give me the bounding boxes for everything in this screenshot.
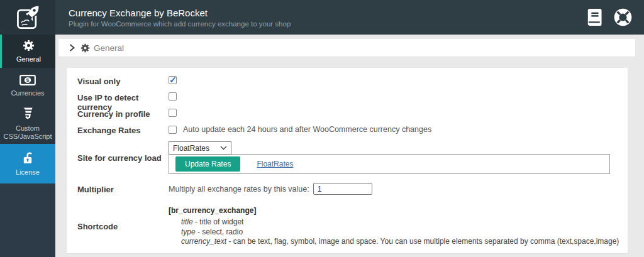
header-icons (587, 8, 633, 27)
visual-only-checkbox[interactable] (169, 76, 177, 84)
currency-in-profile-checkbox[interactable] (169, 109, 177, 117)
rates-actions-box: Update Rates FloatRates (169, 154, 610, 174)
sidebar-item-license[interactable]: License (0, 144, 55, 183)
row-multiplier: Multiplier Multiply all exchange rates b… (77, 183, 628, 195)
auto-update-checkbox[interactable] (169, 126, 177, 134)
row-visual-only: Visual only (77, 76, 628, 85)
sidebar-item-label: Currencies (11, 89, 44, 97)
field-label: Visual only (77, 76, 169, 86)
sidebar-item-currencies[interactable]: $ Currencies (0, 68, 55, 104)
sidebar-item-label: License (16, 168, 40, 177)
section-title: General (94, 43, 124, 53)
use-ip-checkbox[interactable] (169, 92, 177, 101)
multiplier-description: Multiply all exchange rates by this valu… (169, 185, 309, 194)
rates-site-selected-value: FloatRates (173, 144, 209, 153)
field-label: Shortcode (77, 221, 169, 231)
gear-icon (23, 40, 35, 52)
chevron-right-icon (68, 43, 75, 52)
row-shortcode: Shortcode [br_currency_exchange] title -… (77, 206, 628, 247)
shortcode-code: [br_currency_exchange] (169, 206, 619, 215)
shortcode-param: title - title of widget (181, 217, 619, 227)
chevron-down-icon (220, 146, 227, 150)
row-currency-in-profile: Currency in profile (77, 109, 628, 118)
money-bill-icon: $ (19, 75, 36, 85)
documentation-button[interactable] (587, 8, 604, 26)
sidebar-item-custom-css-js[interactable]: Custom CSS/JavaScript (0, 104, 55, 144)
shortcode-param: type - select, radio (181, 227, 619, 238)
page-subtitle: Plugin for WooCommerce which add currenc… (69, 20, 291, 28)
page-title: Currency Exchange by BeRocket (69, 8, 291, 18)
sidebar-item-general[interactable]: General (0, 35, 55, 68)
row-use-ip: Use IP to detect currency (77, 92, 628, 101)
gear-icon (80, 43, 90, 53)
plugin-logo (0, 0, 55, 35)
update-rates-button[interactable]: Update Rates (175, 156, 240, 172)
css3-icon (21, 107, 34, 121)
section-header-general[interactable]: General (58, 39, 635, 57)
row-site-for-currency-load: Site for currency load FloatRates Update… (77, 141, 628, 174)
settings-card: Visual only Use IP to detect currency Cu… (67, 68, 628, 253)
floatrates-link[interactable]: FloatRates (257, 160, 293, 168)
book-icon (587, 8, 604, 26)
rates-site-select[interactable]: FloatRates (169, 141, 231, 155)
field-label: Site for currency load (77, 153, 169, 163)
field-label: Multiplier (77, 184, 169, 194)
field-label: Exchange Rates (77, 125, 169, 135)
field-label: Currency in profile (77, 109, 169, 119)
sidebar: General $ Currencies Custom CSS/JavaScri… (0, 35, 55, 257)
sidebar-item-label: General (16, 55, 41, 63)
support-button[interactable] (613, 8, 633, 27)
unlock-icon (21, 151, 34, 165)
header-text: Currency Exchange by BeRocket Plugin for… (69, 8, 291, 28)
app-header: Currency Exchange by BeRocket Plugin for… (0, 0, 644, 35)
rocket-logo-icon (14, 4, 42, 31)
shortcode-param: currency_text - can be text, flag, symbo… (181, 237, 619, 247)
svg-text:$: $ (26, 77, 30, 83)
shortcode-help: [br_currency_exchange] title - title of … (169, 206, 619, 247)
auto-update-description: Auto update each 24 hours and after WooC… (183, 125, 431, 134)
multiplier-input[interactable] (313, 183, 372, 195)
row-exchange-rates: Exchange Rates Auto update each 24 hours… (77, 125, 628, 134)
lifebuoy-icon (613, 8, 633, 27)
sidebar-item-label: Custom CSS/JavaScript (0, 124, 55, 141)
